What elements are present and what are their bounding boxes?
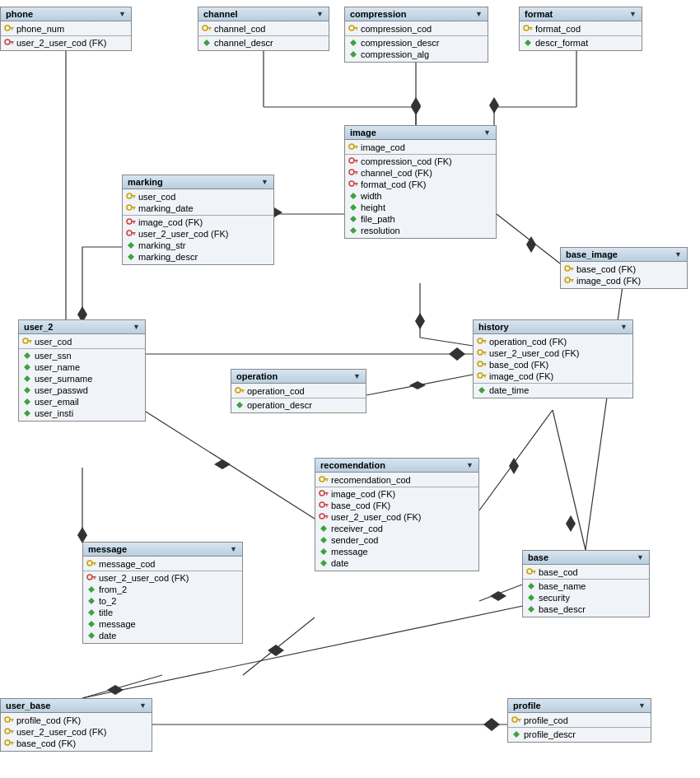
svg-point-125 [320, 477, 324, 482]
field-row: message_cod [83, 558, 242, 570]
field-name: format_cod [535, 24, 581, 34]
field-divider [315, 487, 478, 487]
field-icon-field [319, 558, 329, 568]
svg-marker-36 [490, 591, 506, 601]
entity-body-base_image: base_cod (FK)image_cod (FK) [561, 262, 687, 288]
svg-rect-136 [326, 517, 328, 519]
field-icon-field [86, 608, 96, 617]
field-name: user_passwd [35, 385, 88, 395]
svg-line-37 [82, 675, 162, 698]
entity-dropdown-format[interactable]: ▼ [629, 10, 637, 18]
svg-rect-100 [28, 340, 32, 342]
svg-marker-25 [409, 381, 426, 389]
field-row: profile_cod (FK) [1, 715, 152, 726]
entity-body-image: image_codcompression_cod (FK)channel_cod… [345, 140, 496, 238]
entity-dropdown-image[interactable]: ▼ [483, 128, 491, 137]
field-row: operation_descr [231, 399, 366, 411]
field-icon-key [477, 337, 487, 347]
field-divider [83, 571, 242, 571]
svg-rect-135 [324, 515, 329, 517]
field-row: image_cod (FK) [474, 370, 632, 382]
field-row: channel_cod [198, 23, 329, 35]
field-name: message [99, 619, 136, 629]
field-name: operation_cod (FK) [489, 337, 567, 347]
entity-dropdown-history[interactable]: ▼ [620, 323, 628, 331]
svg-rect-112 [483, 352, 487, 353]
field-row: compression_descr [345, 37, 488, 49]
entity-dropdown-base[interactable]: ▼ [637, 553, 644, 561]
field-row: image_cod (FK) [561, 275, 687, 287]
entity-title-user_base: user_base [6, 701, 50, 710]
field-name: user_name [35, 362, 80, 372]
field-icon-field [319, 547, 329, 557]
entity-dropdown-channel[interactable]: ▼ [316, 10, 324, 18]
svg-rect-51 [208, 27, 212, 29]
svg-marker-157 [528, 606, 534, 613]
entity-header-base: base▼ [523, 551, 649, 565]
field-icon-field [86, 596, 96, 606]
field-divider [123, 215, 273, 216]
entity-header-image: image▼ [345, 126, 496, 140]
field-divider [198, 35, 329, 36]
field-name: base_cod (FK) [489, 360, 548, 370]
field-icon-field [22, 374, 32, 384]
entity-dropdown-operation[interactable]: ▼ [353, 372, 361, 380]
field-name: user_2_user_cod (FK) [99, 573, 189, 583]
field-name: operation_cod [247, 386, 305, 396]
svg-marker-62 [525, 40, 531, 46]
entity-body-format: format_coddescr_format [520, 21, 642, 50]
svg-rect-67 [354, 160, 358, 161]
field-name: recomendation_cod [331, 475, 411, 485]
entity-dropdown-base_image[interactable]: ▼ [674, 250, 682, 259]
svg-line-22 [420, 338, 473, 346]
svg-marker-76 [350, 204, 357, 211]
svg-rect-127 [326, 480, 328, 482]
field-icon-field [22, 397, 32, 407]
entity-dropdown-user_2[interactable]: ▼ [133, 323, 140, 331]
svg-rect-56 [356, 29, 357, 30]
field-row: user_2_user_cod (FK) [1, 37, 131, 49]
svg-rect-95 [132, 232, 136, 234]
svg-rect-133 [326, 505, 328, 507]
entity-dropdown-message[interactable]: ▼ [230, 545, 237, 553]
entity-dropdown-recomendation[interactable]: ▼ [466, 461, 474, 469]
entity-dropdown-phone[interactable]: ▼ [119, 10, 126, 18]
field-icon-key [4, 715, 14, 725]
svg-rect-123 [242, 391, 244, 393]
entity-dropdown-compression[interactable]: ▼ [475, 10, 483, 18]
field-name: compression_cod (FK) [361, 156, 452, 166]
field-icon-fk [126, 217, 136, 227]
entity-header-profile: profile▼ [508, 699, 651, 713]
entity-dropdown-marking[interactable]: ▼ [261, 178, 268, 186]
field-row: user_2_user_cod (FK) [474, 347, 632, 359]
field-icon-field [348, 191, 358, 201]
svg-marker-102 [24, 352, 30, 359]
svg-rect-46 [12, 29, 13, 30]
field-icon-field [86, 619, 96, 629]
svg-line-32 [553, 410, 586, 550]
field-row: receiver_cod [315, 523, 478, 534]
svg-rect-86 [132, 195, 136, 197]
entity-dropdown-user_base[interactable]: ▼ [139, 701, 147, 710]
field-row: height [345, 202, 496, 213]
field-row: to_2 [83, 595, 242, 607]
field-icon-field [22, 385, 32, 395]
field-row: channel_cod (FK) [345, 167, 496, 179]
svg-rect-83 [570, 279, 574, 281]
field-name: base_descr [539, 604, 586, 614]
entity-image: image▼image_codcompression_cod (FK)chann… [344, 125, 497, 239]
field-name: marking_date [138, 203, 194, 213]
field-row: phone_num [1, 23, 131, 35]
entity-title-base_image: base_image [566, 249, 618, 259]
entity-dropdown-profile[interactable]: ▼ [638, 701, 646, 710]
field-icon-key [126, 192, 136, 202]
svg-point-158 [5, 717, 10, 722]
field-name: message [331, 547, 368, 557]
entity-format: format▼format_coddescr_format [519, 7, 642, 51]
field-icon-key [202, 24, 212, 34]
field-row: user_passwd [19, 384, 145, 396]
svg-rect-71 [356, 173, 357, 175]
svg-marker-120 [478, 387, 485, 394]
entity-title-phone: phone [6, 9, 33, 19]
field-name: base_cod (FK) [576, 264, 636, 274]
